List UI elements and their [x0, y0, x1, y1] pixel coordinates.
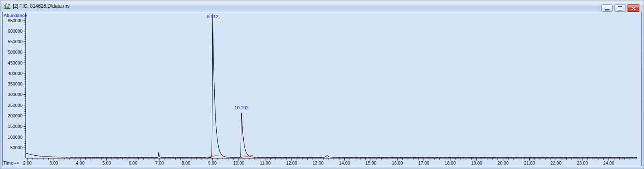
restore-icon: [618, 6, 622, 10]
x-tick-label: 19.00: [471, 161, 482, 165]
minimize-button[interactable]: [601, 4, 613, 12]
tic-plot-area[interactable]: 5000010000015000020000025000030000035000…: [2, 12, 642, 166]
y-tick-label: 250000: [8, 103, 23, 108]
integration-baseline: [206, 155, 219, 157]
window-title: [2] TIC: 814626.D\data.ms: [13, 3, 70, 9]
tic-chart: 5000010000015000020000025000030000035000…: [3, 12, 641, 166]
peak-label: 10.102: [234, 105, 248, 110]
x-tick-label: 20.00: [497, 161, 508, 165]
y-tick-label: 200000: [8, 113, 23, 118]
chromatogram-window: [2] TIC: 814626.D\data.ms 50000100000150…: [0, 0, 644, 169]
close-button[interactable]: [627, 4, 640, 12]
x-tick-label: 6.00: [129, 161, 137, 165]
y-tick-label: 350000: [8, 81, 23, 86]
y-tick-label: 50000: [10, 145, 23, 150]
x-tick-label: 5.00: [102, 161, 111, 165]
x-tick-label: 21.00: [524, 161, 535, 165]
window-titlebar[interactable]: [2] TIC: 814626.D\data.ms: [0, 0, 644, 12]
x-tick-label: 22.00: [551, 161, 561, 165]
time-axis-title: Time-->: [3, 161, 19, 165]
x-tick-label: 9.00: [208, 161, 217, 165]
peak-label: 9.012: [207, 14, 219, 19]
close-icon: [632, 6, 636, 10]
chromatogram-app-icon: [4, 3, 10, 9]
window-controls: [601, 4, 640, 12]
tic-signal-path: [26, 14, 638, 157]
x-tick-label: 10.00: [233, 161, 244, 165]
y-tick-label: 600000: [8, 29, 23, 33]
x-tick-label: 16.00: [392, 161, 403, 165]
x-tick-label: 24.00: [603, 161, 614, 165]
minimize-icon: [605, 9, 609, 10]
y-tick-label: 450000: [8, 61, 23, 65]
y-tick-label: 400000: [8, 71, 23, 76]
x-tick-label: 12.00: [286, 161, 297, 165]
x-tick-label: 14.00: [339, 161, 350, 165]
x-tick-label: 18.00: [445, 161, 456, 165]
y-tick-label: 550000: [8, 39, 23, 44]
restore-button[interactable]: [614, 4, 625, 12]
x-tick-label: 15.00: [365, 161, 376, 165]
y-tick-label: 500000: [8, 50, 23, 54]
x-tick-label: 8.00: [182, 161, 190, 165]
x-tick-label: 23.00: [577, 161, 588, 165]
x-tick-label: 4.00: [76, 161, 84, 165]
y-tick-label: 300000: [8, 92, 23, 97]
y-tick-label: 650000: [8, 18, 23, 23]
x-tick-label: 11.00: [260, 161, 271, 165]
x-tick-label: 7.00: [155, 161, 164, 165]
x-tick-label: 3.00: [50, 161, 58, 165]
abundance-axis-title: Abundance: [4, 13, 27, 18]
y-tick-label: 100000: [8, 135, 23, 140]
x-tick-label: 2.00: [23, 161, 31, 165]
integration-baseline: [240, 155, 253, 157]
y-tick-label: 150000: [8, 124, 23, 129]
x-tick-label: 13.00: [313, 161, 323, 165]
x-tick-label: 17.00: [418, 161, 429, 165]
